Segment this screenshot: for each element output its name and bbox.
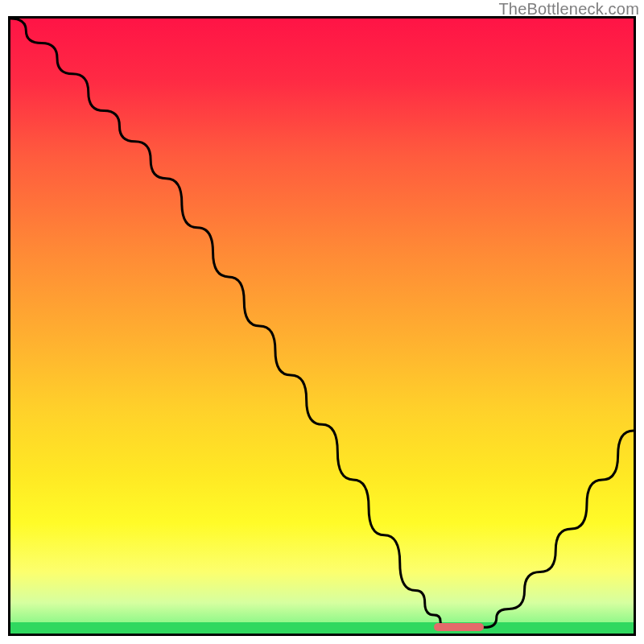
chart-green-baseline xyxy=(10,622,634,634)
chart-frame xyxy=(8,16,636,636)
minimum-marker xyxy=(434,623,484,631)
chart-background-gradient xyxy=(10,19,634,634)
